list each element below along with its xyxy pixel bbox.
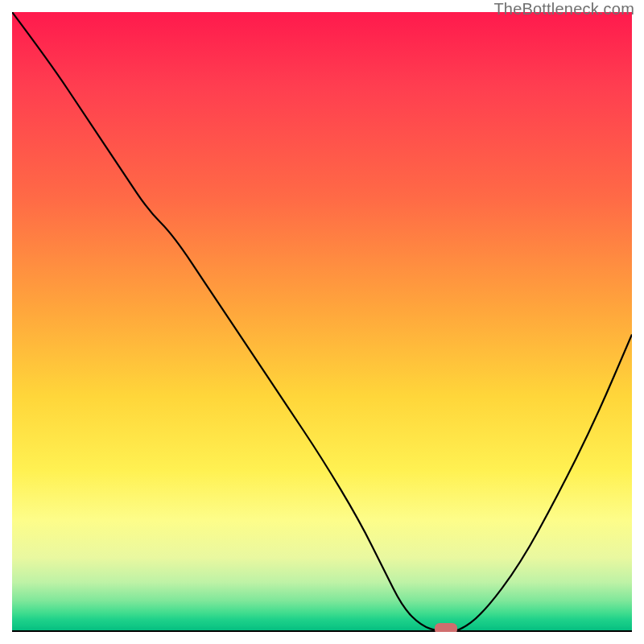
watermark-label: TheBottleneck.com: [493, 0, 634, 19]
chart-svg: [12, 12, 632, 632]
bottleneck-curve: [12, 12, 632, 632]
minimum-marker: [435, 623, 457, 632]
chart-container: TheBottleneck.com: [0, 0, 644, 644]
plot-area: [12, 12, 632, 632]
